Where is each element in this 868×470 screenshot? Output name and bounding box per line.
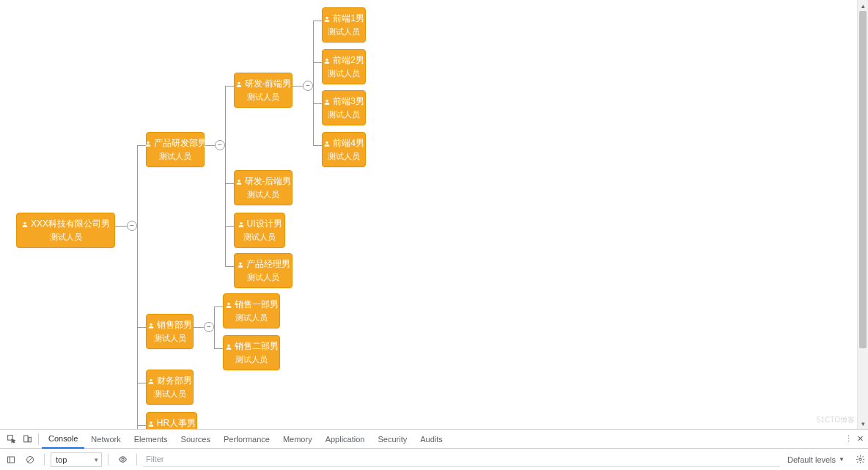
connector: [137, 327, 146, 328]
svg-point-0: [23, 221, 26, 224]
node-subtitle: 测试人员: [247, 189, 279, 200]
node-subtitle: 测试人员: [328, 68, 360, 79]
node-subtitle: 测试人员: [154, 333, 186, 344]
org-node-dept-1[interactable]: 销售部男 测试人员: [146, 314, 194, 349]
person-icon: [323, 98, 331, 106]
org-node-sales-1[interactable]: 销售二部男 测试人员: [223, 335, 280, 370]
person-icon: [225, 301, 232, 309]
person-icon: [144, 140, 152, 147]
node-title: 研发-前端男: [245, 78, 292, 90]
org-node-root[interactable]: XXX科技有限公司男 测试人员: [16, 213, 115, 248]
node-subtitle: 测试人员: [328, 26, 360, 37]
person-icon: [147, 378, 155, 385]
svg-point-2: [150, 323, 152, 325]
connector: [313, 62, 322, 63]
svg-point-9: [326, 16, 328, 18]
toggle-frontend[interactable]: −: [303, 81, 313, 91]
connector: [225, 183, 234, 184]
svg-point-7: [240, 221, 242, 224]
node-subtitle: 测试人员: [247, 92, 279, 103]
node-title: XXX科技有限公司男: [31, 218, 110, 230]
node-subtitle: 测试人员: [50, 232, 82, 243]
svg-point-3: [150, 378, 152, 381]
scroll-up-arrow[interactable]: ▴: [858, 0, 868, 11]
connector: [313, 145, 322, 146]
org-node-fe-1[interactable]: 前端2男 测试人员: [322, 49, 366, 84]
org-node-dept0-team2[interactable]: UI设计男 测试人员: [234, 213, 285, 248]
person-icon: [238, 221, 245, 228]
org-node-fe-2[interactable]: 前端3男 测试人员: [322, 90, 366, 125]
connector: [214, 348, 223, 349]
connector: [225, 226, 234, 227]
org-node-dept0-team1[interactable]: 研发-后端男 测试人员: [234, 170, 293, 205]
svg-point-13: [227, 302, 229, 304]
node-title: 前端4男: [333, 137, 364, 150]
node-subtitle: 测试人员: [154, 389, 186, 400]
connector: [214, 306, 223, 307]
node-title: 前端3男: [333, 95, 364, 108]
svg-point-6: [238, 179, 240, 181]
node-title: 销售二部男: [235, 340, 279, 353]
person-icon: [235, 178, 243, 186]
vertical-scrollbar[interactable]: ▴ ▾: [857, 0, 868, 429]
org-node-dept-2[interactable]: 财务部男 测试人员: [146, 370, 194, 405]
connector: [115, 226, 127, 227]
toggle-dept-0[interactable]: −: [215, 140, 225, 150]
node-title: 前端1男: [333, 12, 364, 25]
scroll-thumb[interactable]: [859, 11, 867, 348]
connector: [225, 266, 234, 267]
tree-viewport[interactable]: − − − − XXX科技有限公司男 测试人员: [0, 0, 868, 429]
person-icon: [323, 140, 331, 147]
person-icon: [235, 81, 243, 88]
svg-point-10: [326, 58, 328, 60]
node-title: 产品经理男: [246, 258, 290, 271]
toggle-root[interactable]: −: [127, 221, 137, 231]
node-subtitle: 测试人员: [243, 232, 276, 243]
svg-point-4: [150, 421, 152, 423]
node-title: HR人事男: [157, 417, 196, 429]
scroll-down-arrow[interactable]: ▾: [858, 418, 868, 429]
connector: [293, 86, 303, 87]
svg-point-14: [227, 344, 229, 346]
node-title: 研发-后端男: [245, 175, 292, 188]
node-subtitle: 测试人员: [328, 151, 360, 162]
node-title: 销售部男: [157, 319, 192, 331]
svg-point-11: [326, 99, 328, 101]
connector: [225, 86, 226, 266]
person-icon: [323, 57, 331, 65]
svg-point-12: [326, 141, 328, 143]
person-icon: [147, 322, 155, 329]
connector: [313, 21, 322, 21]
node-subtitle: 测试人员: [235, 354, 268, 365]
connector: [225, 86, 234, 87]
node-title: 产品研发部男: [154, 137, 207, 150]
org-node-dept-0[interactable]: 产品研发部男 测试人员: [146, 132, 205, 167]
org-node-dept-3[interactable]: HR人事男 测试人员: [146, 412, 197, 429]
node-subtitle: 测试人员: [159, 151, 191, 162]
connector: [194, 327, 204, 328]
toggle-sales[interactable]: −: [204, 322, 214, 332]
connector: [137, 145, 138, 429]
svg-point-1: [147, 141, 149, 143]
org-node-fe-3[interactable]: 前端4男 测试人员: [322, 132, 366, 167]
org-node-sales-0[interactable]: 销售一部男 测试人员: [223, 293, 280, 328]
connector: [313, 21, 314, 145]
node-title: 财务部男: [157, 375, 192, 387]
svg-point-8: [239, 262, 241, 264]
node-title: 销售一部男: [235, 298, 279, 311]
node-title: UI设计男: [247, 218, 282, 230]
person-icon: [147, 420, 155, 427]
connector: [137, 425, 146, 426]
org-node-dept0-team0[interactable]: 研发-前端男 测试人员: [234, 73, 293, 108]
org-node-dept0-team3[interactable]: 产品经理男 测试人员: [234, 253, 293, 288]
connector: [214, 306, 215, 348]
node-subtitle: 测试人员: [235, 312, 268, 323]
org-node-fe-0[interactable]: 前端1男 测试人员: [322, 7, 366, 43]
person-icon: [21, 221, 29, 228]
node-title: 前端2男: [333, 54, 364, 67]
person-icon: [225, 343, 232, 350]
org-chart-canvas: − − − − XXX科技有限公司男 测试人员: [0, 0, 868, 429]
person-icon: [323, 15, 331, 23]
connector: [313, 103, 322, 104]
connector: [137, 383, 146, 383]
